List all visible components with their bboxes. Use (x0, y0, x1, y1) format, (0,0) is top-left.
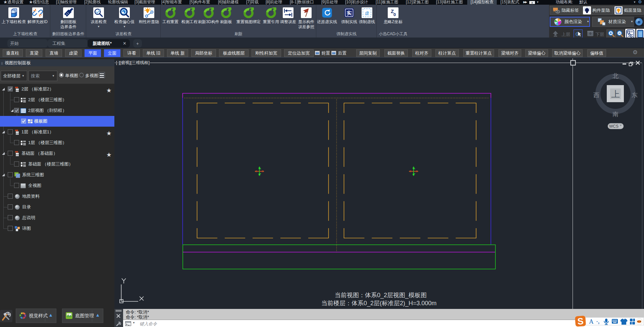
svg-text:南: 南 (612, 111, 619, 118)
svg-text:[-][俯视][三维线框]: [-][俯视][三维线框] (116, 60, 150, 65)
svg-text:0: 0 (393, 12, 396, 17)
svg-text:WCS: WCS (609, 124, 619, 129)
svg-text:S: S (577, 316, 584, 326)
svg-text:当前楼层：体系0_2层(标准层2)_H=3.000m: 当前楼层：体系0_2层(标准层2)_H=3.000m (321, 300, 437, 307)
svg-text:北: 北 (612, 73, 619, 79)
svg-text:A: A (589, 318, 594, 325)
svg-text:实: 实 (347, 10, 352, 16)
svg-text:西: 西 (593, 92, 599, 99)
svg-text:东: 东 (632, 92, 638, 99)
svg-text:·,: ·, (596, 319, 599, 324)
svg-text:上: 上 (611, 89, 620, 99)
svg-text:当前视图：体系0_2层视图_模板图: 当前视图：体系0_2层视图_模板图 (335, 292, 427, 299)
svg-text:虚: 虚 (365, 11, 369, 16)
